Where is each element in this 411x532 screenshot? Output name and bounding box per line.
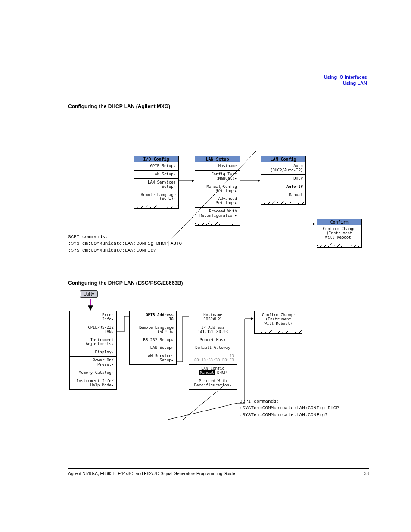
menu-item: Instrument Adjustments▸ [69, 336, 117, 349]
menu-io-config: I/O Config GPIB Setup▸ LAN Setup▸ LAN Se… [134, 156, 179, 209]
menu-item: Advanced Settings▸ [195, 195, 240, 208]
menu-item: Subnet Mask [189, 336, 237, 345]
menu-item: Remote Language (SCPI)▸ [129, 324, 177, 336]
menu-item: Remote Language (SCPI)▸ [134, 191, 179, 204]
menu-torn-edge [254, 328, 302, 334]
code-line: SCPI commands: [68, 234, 182, 240]
utility-button[interactable]: Utility [80, 290, 98, 298]
menu-item-highlight: Auto-IP [261, 183, 306, 191]
menu-item: RS-232 Setup▸ [129, 336, 177, 345]
menu-item: DHCP [261, 175, 306, 183]
header-line2: Using LAN [324, 80, 367, 86]
menu-io-config-header: I/O Config [134, 156, 179, 162]
menu-confirm: Confirm Confirm Change (Instrument Will … [317, 219, 362, 248]
footer-left: Agilent N518xA, E8663B, E44x8C, and E82x… [68, 471, 235, 476]
menu-item-highlight: GPIB Address 18 [129, 311, 177, 324]
menu-torn-edge [195, 220, 240, 226]
menu-lan-config: LAN Config Auto (DHCP/Auto-IP) DHCP Auto… [261, 156, 306, 205]
menu-confirm-header: Confirm [317, 219, 362, 225]
menu-item: Error Info▸ [69, 311, 117, 324]
menu-lan-setup: LAN Setup Hostname Config Type (Manual)▸… [195, 156, 240, 226]
menu-utility: Error Info▸ GPIB/RS-232 LAN▸ Instrument … [69, 311, 117, 390]
menu-item: Memory Catalog▸ [69, 369, 117, 377]
menu-item: LAN Services Setup▸ [134, 179, 179, 191]
menu-item: IP Address 141.121.80.93 [189, 324, 237, 336]
code-line: :SYSTem:COMMunicate:LAN:CONFig? [68, 247, 182, 254]
section2-title: Configuring the DHCP LAN (ESG/PSG/E8663B… [68, 280, 183, 286]
menu-item: Proceed With Reconfiguration▸ [189, 377, 237, 390]
menu-item: Manual [261, 191, 306, 199]
menu-item: GPIB/RS-232 LAN▸ [69, 324, 117, 336]
menu-lan-setup-header: LAN Setup [195, 156, 240, 162]
scpi-code-block-2: SCPI commands: :SYSTem:COMMunicate:LAN:C… [240, 398, 339, 418]
menu-item: Confirm Change (Instrument Will Reboot) [254, 311, 302, 328]
page-footer: Agilent N518xA, E8663B, E44x8C, and E82x… [68, 468, 369, 476]
menu-item: ID 00:10:83:3D:B0:F0 [189, 352, 237, 365]
menu-confirm2: Confirm Change (Instrument Will Reboot) [254, 311, 302, 334]
menu-item: Power On/ Preset▸ [69, 357, 117, 369]
scpi-code-block-1: SCPI commands: :SYSTem:COMMunicate:LAN:C… [68, 234, 182, 254]
code-line: :SYSTem:COMMunicate:LAN:CONFig DHCP [240, 405, 339, 411]
page-header-right: Using IO Interfaces Using LAN [324, 74, 367, 87]
menu-torn-edge [317, 242, 362, 248]
menu-item: Display▸ [69, 348, 117, 357]
header-line1: Using IO Interfaces [324, 74, 367, 80]
menu-item: GPIB Setup▸ [134, 162, 179, 171]
menu-item: Config Type (Manual)▸ [195, 171, 240, 183]
menu-item: Proceed With Reconfiguration▸ [195, 208, 240, 220]
menu-lan-details: Hostname COBRALP1 IP Address 141.121.80.… [189, 311, 237, 390]
menu-item: Auto (DHCP/Auto-IP) [261, 162, 306, 175]
menu-item: Confirm Change (Instrument Will Reboot) [317, 225, 362, 242]
menu-item: Hostname [195, 162, 240, 171]
menu-item: LAN Services Setup▸ [129, 352, 177, 365]
menu-item: Instrument Info/ Help Mode▸ [69, 377, 117, 390]
menu-lan-config-header: LAN Config [261, 156, 306, 162]
svg-line-6 [168, 403, 237, 420]
section1-title: Configuring the DHCP LAN (Agilent MXG) [68, 103, 170, 109]
menu-torn-edge [261, 199, 306, 205]
menu-item-lanconfig: LAN ConfigManual DHCP [189, 365, 237, 377]
menu-gpib-rs232: GPIB Address 18 Remote Language (SCPI)▸ … [129, 311, 177, 365]
code-line: SCPI commands: [240, 398, 339, 405]
menu-item: Default Gateway [189, 344, 237, 352]
footer-page-number: 33 [364, 471, 369, 476]
code-line: :SYSTem:COMMunicate:LAN:CONFig DHCP|AUTO [68, 240, 182, 247]
menu-item: LAN Setup▸ [129, 344, 177, 352]
menu-item: Hostname COBRALP1 [189, 311, 237, 324]
menu-torn-edge [134, 203, 179, 209]
svg-line-5 [183, 386, 224, 420]
menu-item: Manual Config Settings▸ [195, 183, 240, 196]
menu-item: LAN Setup▸ [134, 171, 179, 179]
code-line: :SYSTem:COMMunicate:LAN:CONFig? [240, 412, 339, 418]
